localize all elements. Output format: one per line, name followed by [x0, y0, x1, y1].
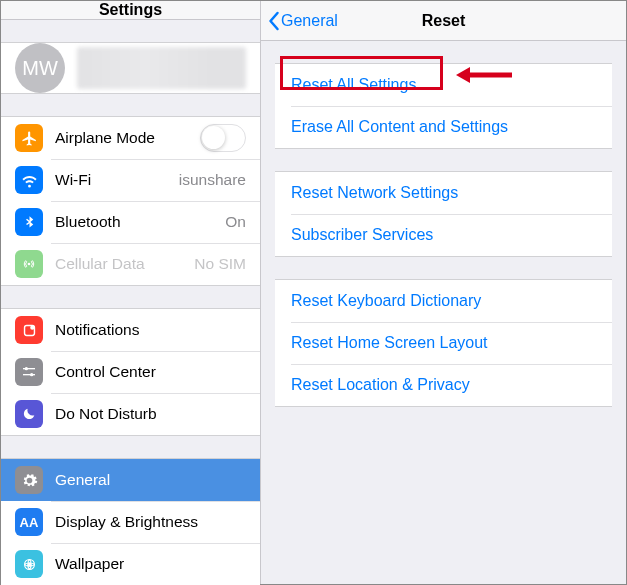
cellular-value: No SIM: [194, 255, 246, 273]
notifications-group: Notifications Control Center Do Not Dist…: [1, 308, 260, 436]
svg-point-2: [30, 325, 34, 329]
right-header: General Reset: [261, 1, 626, 41]
reset-detail-panel: General Reset Reset All Settings Erase A…: [261, 1, 626, 584]
bluetooth-label: Bluetooth: [55, 213, 225, 231]
settings-master-panel: Settings MW Airplane Mode Wi-Fi isunshar…: [1, 1, 261, 584]
svg-rect-4: [23, 368, 35, 369]
notifications-icon: [15, 316, 43, 344]
reset-group-2: Reset Network Settings Subscriber Servic…: [275, 171, 612, 257]
general-label: General: [55, 471, 246, 489]
dnd-icon: [15, 400, 43, 428]
svg-point-0: [28, 263, 31, 266]
wifi-row[interactable]: Wi-Fi isunshare: [1, 159, 260, 201]
general-group: General AA Display & Brightness Wallpape…: [1, 458, 260, 585]
dnd-label: Do Not Disturb: [55, 405, 246, 423]
general-row[interactable]: General: [1, 459, 260, 501]
wallpaper-label: Wallpaper: [55, 555, 246, 573]
svg-rect-6: [23, 374, 35, 375]
control-center-row[interactable]: Control Center: [1, 351, 260, 393]
display-label: Display & Brightness: [55, 513, 246, 531]
left-header: Settings: [1, 1, 260, 20]
control-center-icon: [15, 358, 43, 386]
display-row[interactable]: AA Display & Brightness: [1, 501, 260, 543]
reset-all-settings-label: Reset All Settings: [291, 76, 416, 94]
back-button[interactable]: General: [267, 11, 338, 31]
chevron-left-icon: [267, 11, 280, 31]
reset-keyboard-row[interactable]: Reset Keyboard Dictionary: [275, 280, 612, 322]
cellular-row[interactable]: Cellular Data No SIM: [1, 243, 260, 285]
erase-all-label: Erase All Content and Settings: [291, 118, 508, 136]
reset-home-row[interactable]: Reset Home Screen Layout: [275, 322, 612, 364]
notifications-label: Notifications: [55, 321, 246, 339]
wifi-label: Wi-Fi: [55, 171, 179, 189]
right-title: Reset: [422, 12, 466, 30]
reset-all-settings-row[interactable]: Reset All Settings: [275, 64, 612, 106]
airplane-icon: [15, 124, 43, 152]
control-center-label: Control Center: [55, 363, 246, 381]
back-label: General: [281, 12, 338, 30]
settings-app: Settings MW Airplane Mode Wi-Fi isunshar…: [0, 0, 627, 585]
display-icon: AA: [15, 508, 43, 536]
reset-home-label: Reset Home Screen Layout: [291, 334, 488, 352]
profile-row[interactable]: MW: [1, 42, 260, 94]
reset-location-label: Reset Location & Privacy: [291, 376, 470, 394]
connectivity-group: Airplane Mode Wi-Fi isunshare Bluetooth …: [1, 116, 260, 286]
bluetooth-icon: [15, 208, 43, 236]
gear-icon: [15, 466, 43, 494]
reset-group-3: Reset Keyboard Dictionary Reset Home Scr…: [275, 279, 612, 407]
cellular-icon: [15, 250, 43, 278]
notifications-row[interactable]: Notifications: [1, 309, 260, 351]
subscriber-services-row[interactable]: Subscriber Services: [275, 214, 612, 256]
reset-network-label: Reset Network Settings: [291, 184, 458, 202]
erase-all-row[interactable]: Erase All Content and Settings: [275, 106, 612, 148]
profile-name-blurred: [77, 47, 246, 89]
wallpaper-row[interactable]: Wallpaper: [1, 543, 260, 585]
wallpaper-icon: [15, 550, 43, 578]
wifi-icon: [15, 166, 43, 194]
bluetooth-value: On: [225, 213, 246, 231]
subscriber-services-label: Subscriber Services: [291, 226, 433, 244]
bluetooth-row[interactable]: Bluetooth On: [1, 201, 260, 243]
left-title: Settings: [99, 1, 162, 19]
dnd-row[interactable]: Do Not Disturb: [1, 393, 260, 435]
cellular-label: Cellular Data: [55, 255, 194, 273]
airplane-toggle[interactable]: [200, 124, 246, 152]
reset-location-row[interactable]: Reset Location & Privacy: [275, 364, 612, 406]
avatar: MW: [15, 43, 65, 93]
reset-group-1: Reset All Settings Erase All Content and…: [275, 63, 612, 149]
wifi-value: isunshare: [179, 171, 246, 189]
airplane-label: Airplane Mode: [55, 129, 200, 147]
reset-network-row[interactable]: Reset Network Settings: [275, 172, 612, 214]
reset-keyboard-label: Reset Keyboard Dictionary: [291, 292, 481, 310]
svg-point-8: [28, 563, 31, 566]
airplane-mode-row[interactable]: Airplane Mode: [1, 117, 260, 159]
